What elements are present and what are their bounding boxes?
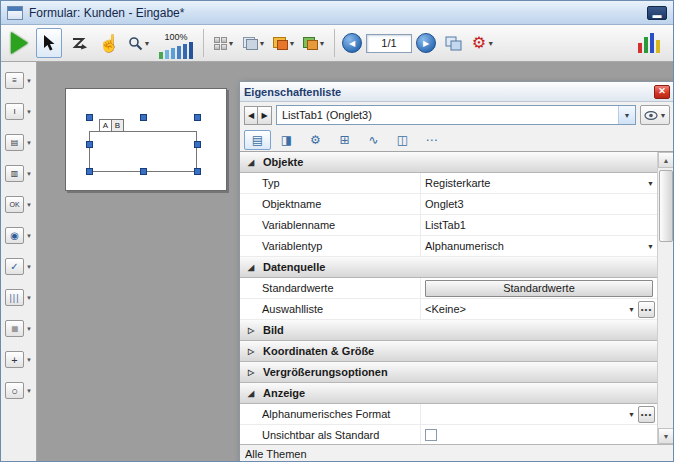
visibility-filter-button[interactable]: ▼: [640, 105, 670, 125]
prop-value-objektname[interactable]: Onglet3: [420, 194, 657, 214]
selection-handle[interactable]: [140, 114, 147, 121]
tab-settings[interactable]: ⚙: [302, 130, 329, 150]
tool-checkbox[interactable]: ✓ ▼: [5, 258, 32, 275]
tab-control-body[interactable]: [89, 131, 197, 172]
chevron-down-icon[interactable]: ▼: [628, 411, 635, 418]
selection-handle[interactable]: [86, 168, 93, 175]
chevron-down-icon[interactable]: ▼: [26, 326, 32, 332]
tool-button[interactable]: OK ▼: [5, 196, 32, 213]
tool-combo-box[interactable]: ▥ ▼: [5, 165, 32, 182]
tab-control-tab-b[interactable]: B: [111, 119, 124, 132]
chevron-down-icon[interactable]: ▼: [26, 140, 32, 146]
scrollbar-thumb[interactable]: [659, 170, 673, 242]
close-button[interactable]: ✕: [654, 85, 670, 99]
tab-more[interactable]: ⋯: [418, 130, 445, 150]
section-label: Datenquelle: [263, 261, 325, 273]
object-selector-combo[interactable]: ListTab1 (Onglet3) ▼: [276, 105, 636, 125]
chevron-down-icon[interactable]: ▼: [628, 306, 635, 313]
alignment-tool-button[interactable]: ▼: [211, 28, 237, 58]
themes-filter-label: Alle Themen: [245, 448, 307, 460]
minimize-button[interactable]: ▬: [647, 6, 667, 20]
tool-edit-field[interactable]: I ▼: [5, 103, 32, 120]
tool-toolbar-control[interactable]: ||| ▼: [5, 289, 32, 306]
selection-handle[interactable]: [140, 168, 147, 175]
chevron-down-icon[interactable]: ▼: [26, 171, 32, 177]
tab-chart[interactable]: ∿: [360, 130, 387, 150]
prop-value-variablenname[interactable]: ListTab1: [420, 215, 657, 235]
section-expanded-icon: ◢: [248, 389, 257, 398]
chevron-down-icon[interactable]: ▼: [26, 78, 32, 84]
color-tool-button[interactable]: ▼: [271, 28, 297, 58]
chevron-down-icon[interactable]: ▼: [647, 243, 654, 250]
chevron-down-icon[interactable]: ▼: [26, 357, 32, 363]
list-box-icon: ▤: [5, 134, 24, 151]
ellipsis-button[interactable]: •••: [638, 406, 655, 423]
previous-page-button[interactable]: ◀: [342, 33, 362, 53]
scroll-up-button[interactable]: ▲: [658, 152, 674, 168]
chevron-down-icon[interactable]: ▼: [26, 202, 32, 208]
section-collapsed-icon: ▷: [248, 347, 257, 356]
selection-handle[interactable]: [86, 141, 93, 148]
prop-value-auswahlliste[interactable]: <Keine> ▼ •••: [420, 299, 657, 319]
tool-list-box[interactable]: ▤ ▼: [5, 134, 32, 151]
selection-handle[interactable]: [194, 141, 201, 148]
zoom-tool-button[interactable]: ▼: [126, 28, 152, 58]
object-nav: ◀ ▶: [244, 106, 272, 125]
chevron-down-icon[interactable]: ▼: [647, 180, 654, 187]
section-datenquelle[interactable]: ◢ Datenquelle: [240, 257, 657, 278]
tab-style[interactable]: ◨: [273, 130, 300, 150]
section-objekte[interactable]: ◢ Objekte: [240, 152, 657, 173]
chevron-down-icon[interactable]: ▼: [26, 388, 32, 394]
zoom-indicator[interactable]: 100%: [156, 27, 196, 59]
tab-control-tab-a[interactable]: A: [99, 119, 112, 132]
chart-bars-icon[interactable]: [638, 33, 668, 53]
tool-ellipse-control[interactable]: ○ ▼: [5, 382, 32, 399]
tool-static-text[interactable]: ≡ ▼: [5, 72, 32, 89]
themes-filter-bar[interactable]: Alle Themen: [240, 444, 674, 462]
section-anzeige[interactable]: ◢ Anzeige: [240, 383, 657, 404]
prop-value-format[interactable]: ▼ •••: [420, 404, 657, 424]
page-indicator[interactable]: 1/1: [366, 34, 412, 53]
run-test-button[interactable]: [6, 28, 32, 58]
prop-value-typ[interactable]: Registerkarte ▼: [420, 173, 657, 193]
section-bild[interactable]: ▷ Bild: [240, 320, 657, 341]
unsichtbar-checkbox[interactable]: [425, 429, 437, 441]
scroll-down-button[interactable]: ▼: [658, 428, 674, 444]
chevron-down-icon[interactable]: ▼: [26, 109, 32, 115]
ellipsis-button[interactable]: •••: [638, 301, 655, 318]
next-object-button[interactable]: ▶: [258, 106, 272, 125]
tool-radio-button[interactable]: ◉ ▼: [5, 227, 32, 244]
standardwerte-button[interactable]: Standardwerte: [425, 280, 653, 297]
tab-general[interactable]: ▤: [244, 130, 271, 150]
layout-tool-button[interactable]: ▼: [241, 28, 267, 58]
prop-label: Objektname: [240, 194, 420, 214]
chevron-down-icon[interactable]: ▼: [26, 295, 32, 301]
prop-label: Alphanumerisches Format: [240, 404, 420, 424]
tab-order-tool-button[interactable]: [66, 28, 92, 58]
tab-links[interactable]: ⊞: [331, 130, 358, 150]
chevron-down-icon[interactable]: ▼: [26, 233, 32, 239]
chevron-down-icon[interactable]: ▼: [26, 264, 32, 270]
section-koordinaten-groesse[interactable]: ▷ Koordinaten & Größe: [240, 341, 657, 362]
select-tool-button[interactable]: [36, 28, 62, 58]
section-vergroesserungsoptionen[interactable]: ▷ Vergrößerungsoptionen: [240, 362, 657, 383]
prop-value-variablentyp[interactable]: Alphanumerisch ▼: [420, 236, 657, 256]
next-page-button[interactable]: ▶: [416, 33, 436, 53]
prop-value-standardwerte: Standardwerte: [420, 278, 657, 298]
windows-list-button[interactable]: [440, 28, 466, 58]
settings-button[interactable]: ⚙ ▼: [470, 28, 496, 58]
tool-image-control[interactable]: ■ ▼: [5, 320, 32, 337]
selection-handle[interactable]: [194, 114, 201, 121]
selection-handle[interactable]: [86, 114, 93, 121]
selection-handle[interactable]: [194, 168, 201, 175]
scrollbar-track[interactable]: [658, 168, 674, 428]
previous-object-button[interactable]: ◀: [244, 106, 258, 125]
style-tool-button[interactable]: ▼: [301, 28, 327, 58]
properties-panel-header[interactable]: Eigenschaftenliste ✕: [240, 82, 674, 102]
pan-tool-button[interactable]: ☝: [96, 28, 122, 58]
prop-value-text: Alphanumerisch: [425, 240, 504, 252]
tool-shape-control[interactable]: + ▼: [5, 351, 32, 368]
tab-screen[interactable]: ◫: [389, 130, 416, 150]
section-label: Vergrößerungsoptionen: [263, 366, 388, 378]
chevron-down-icon[interactable]: ▼: [618, 106, 635, 124]
